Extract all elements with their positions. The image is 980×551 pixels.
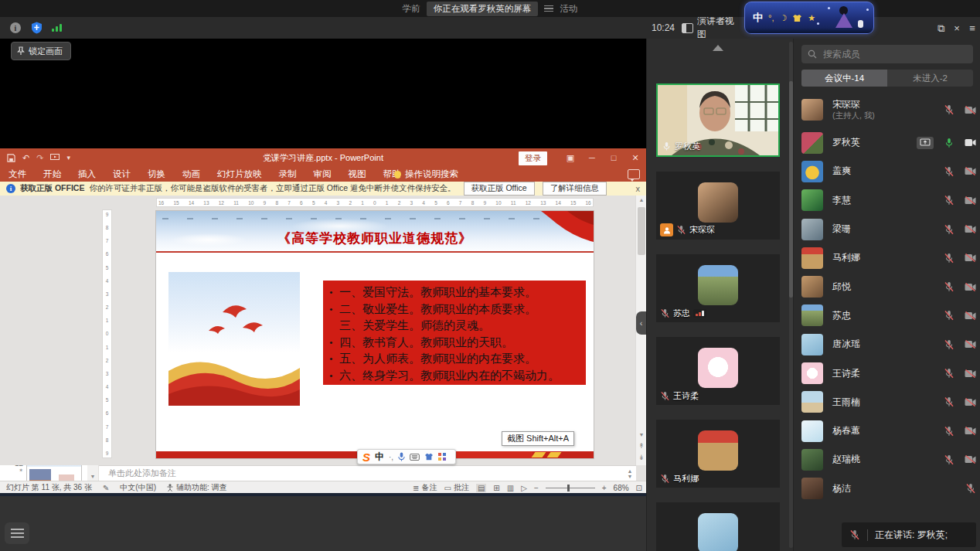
member-row[interactable]: 苏忠 xyxy=(801,301,976,330)
member-row[interactable]: 唐冰瑶 xyxy=(801,330,976,359)
learn-more-button[interactable]: 了解详细信息 xyxy=(543,182,607,196)
camera-off-icon[interactable] xyxy=(965,398,976,406)
mic-muted-icon[interactable] xyxy=(965,483,976,494)
mic-muted-icon[interactable] xyxy=(944,104,954,115)
ribbon-tab[interactable]: 录制 xyxy=(271,168,305,180)
network-signal-button[interactable] xyxy=(48,17,65,39)
ime-star-icon[interactable]: ★ xyxy=(808,13,815,23)
panel-collapse-handle[interactable]: ‹ xyxy=(636,311,646,335)
ribbon-tab[interactable]: 文件 xyxy=(0,168,35,180)
mic-muted-icon[interactable] xyxy=(944,253,954,264)
get-genuine-office-button[interactable]: 获取正版 Office xyxy=(464,182,535,196)
member-row[interactable]: 盖爽 xyxy=(801,157,976,185)
mic-muted-icon[interactable] xyxy=(944,310,954,321)
mic-muted-icon[interactable] xyxy=(944,224,954,235)
lock-view-button[interactable]: 锁定画面 xyxy=(11,42,71,60)
mic-muted-icon[interactable] xyxy=(944,281,954,292)
ribbon-tab[interactable]: 动画 xyxy=(174,168,209,180)
meeting-info-button[interactable]: i xyxy=(6,17,25,39)
normal-view-button[interactable]: ▤ xyxy=(476,484,486,492)
member-row[interactable]: 宋琛琛 (主持人, 我) xyxy=(801,91,976,128)
tab-not-joined[interactable]: 未进入-2 xyxy=(887,70,973,87)
scroll-down-icon[interactable]: ▼ xyxy=(636,432,647,437)
scroll-up-icon[interactable]: ▲ xyxy=(626,468,634,474)
scrollbar-thumb[interactable] xyxy=(638,207,645,255)
zoom-in-button[interactable]: + xyxy=(602,484,607,492)
ime-night-mode-icon[interactable]: ☽ xyxy=(779,13,787,23)
ribbon-tab[interactable]: 审阅 xyxy=(305,168,340,180)
mic-muted-icon[interactable] xyxy=(944,454,954,465)
ribbon-tab[interactable]: 视图 xyxy=(340,168,375,180)
member-search-box[interactable] xyxy=(801,45,973,63)
fit-to-window-button[interactable]: ⊡ xyxy=(636,484,642,492)
member-row[interactable]: 马利娜 xyxy=(801,243,976,272)
mic-muted-icon[interactable] xyxy=(944,195,954,206)
skin-shirt-icon[interactable] xyxy=(424,453,434,461)
member-row[interactable]: 罗秋英 xyxy=(801,128,976,157)
camera-off-icon[interactable] xyxy=(965,283,976,291)
camera-off-icon[interactable] xyxy=(965,427,976,435)
notes-pane[interactable]: 单击此处添加备注 ▲ ▼ xyxy=(99,465,636,481)
member-row[interactable]: 杨春蕙 xyxy=(801,417,976,445)
ppt-close-button[interactable]: ✕ xyxy=(624,148,646,167)
minimize-button[interactable]: ─ xyxy=(581,148,603,167)
ribbon-display-options-button[interactable]: ▣ xyxy=(560,148,581,167)
camera-off-icon[interactable] xyxy=(965,106,976,114)
mic-muted-icon[interactable] xyxy=(944,368,954,379)
popout-window-button[interactable]: ⧉ xyxy=(934,17,949,39)
slideshow-view-button[interactable]: ▷ xyxy=(521,484,527,492)
maximize-button[interactable]: □ xyxy=(603,148,624,167)
ime-skin-shirt-icon[interactable] xyxy=(792,14,802,22)
zoom-level[interactable]: 68% xyxy=(614,484,629,492)
scroll-up-icon[interactable]: ▲ xyxy=(636,197,647,202)
zoom-out-button[interactable]: − xyxy=(534,484,539,492)
sign-in-button[interactable]: 登录 xyxy=(519,151,547,165)
ribbon-tab[interactable]: 开始 xyxy=(35,168,70,180)
ribbon-tab[interactable]: 设计 xyxy=(104,168,139,180)
mic-muted-icon[interactable] xyxy=(944,426,954,437)
sogou-logo-icon[interactable]: S xyxy=(362,451,370,463)
agenda-list-button[interactable] xyxy=(5,522,29,544)
keyboard-icon[interactable] xyxy=(410,454,420,461)
member-row[interactable]: 赵瑞桃 xyxy=(801,445,976,474)
more-menu-button[interactable]: ≡ xyxy=(965,17,980,39)
member-row[interactable]: 李慧 xyxy=(801,186,976,215)
camera-off-icon[interactable] xyxy=(965,340,976,349)
camera-off-icon[interactable] xyxy=(965,253,976,262)
camera-off-icon[interactable] xyxy=(965,196,976,205)
mic-muted-icon[interactable] xyxy=(944,396,954,407)
view-mode-dropdown[interactable]: 演讲者视图 ▼ xyxy=(682,17,753,39)
comments-toggle-button[interactable]: ▭ 批注 xyxy=(444,482,468,493)
member-row[interactable]: 邱悦 xyxy=(801,272,976,301)
collapse-filmstrip-icon[interactable] xyxy=(713,45,723,51)
camera-off-icon[interactable] xyxy=(965,311,976,320)
previous-slide-button[interactable]: ↟ xyxy=(636,442,647,450)
security-shield-button[interactable] xyxy=(26,17,46,39)
video-tile[interactable]: 马利娜 xyxy=(656,420,780,488)
notice-close-icon[interactable]: x xyxy=(636,184,641,193)
video-tile[interactable]: 唐冰瑶 xyxy=(656,502,780,551)
video-tile[interactable]: 苏忠 xyxy=(656,254,780,322)
search-input[interactable] xyxy=(822,48,948,60)
zoom-slider[interactable] xyxy=(546,488,595,488)
zoom-slider-knob[interactable] xyxy=(567,485,570,491)
video-tile[interactable]: 宋琛琛 xyxy=(656,172,780,240)
notes-toggle-button[interactable]: ≣ 备注 xyxy=(413,482,437,493)
scroll-down-icon[interactable]: ▼ xyxy=(87,474,98,479)
ime-punct-icon[interactable]: ·, xyxy=(389,453,393,461)
comments-bubble-icon[interactable] xyxy=(628,169,640,179)
camera-off-icon[interactable] xyxy=(965,167,976,175)
ime-skin-overlay[interactable]: 中 °, ☽ ★ xyxy=(744,2,874,34)
member-row[interactable]: 梁珊 xyxy=(801,215,976,243)
member-row[interactable]: 王诗柔 xyxy=(801,359,976,387)
close-panel-button[interactable]: × xyxy=(949,17,965,39)
member-row[interactable]: 王雨楠 xyxy=(801,388,976,417)
ribbon-tab[interactable]: 插入 xyxy=(70,168,104,180)
mic-muted-icon[interactable] xyxy=(944,339,954,350)
video-tile[interactable]: 罗秋英 xyxy=(656,83,780,157)
camera-on-icon[interactable] xyxy=(965,138,976,147)
next-slide-button[interactable]: ↡ xyxy=(636,454,647,461)
ribbon-tab[interactable]: 幻灯片放映 xyxy=(209,168,271,180)
mic-muted-icon[interactable] xyxy=(944,166,954,177)
tab-in-meeting[interactable]: 会议中-14 xyxy=(801,70,887,87)
